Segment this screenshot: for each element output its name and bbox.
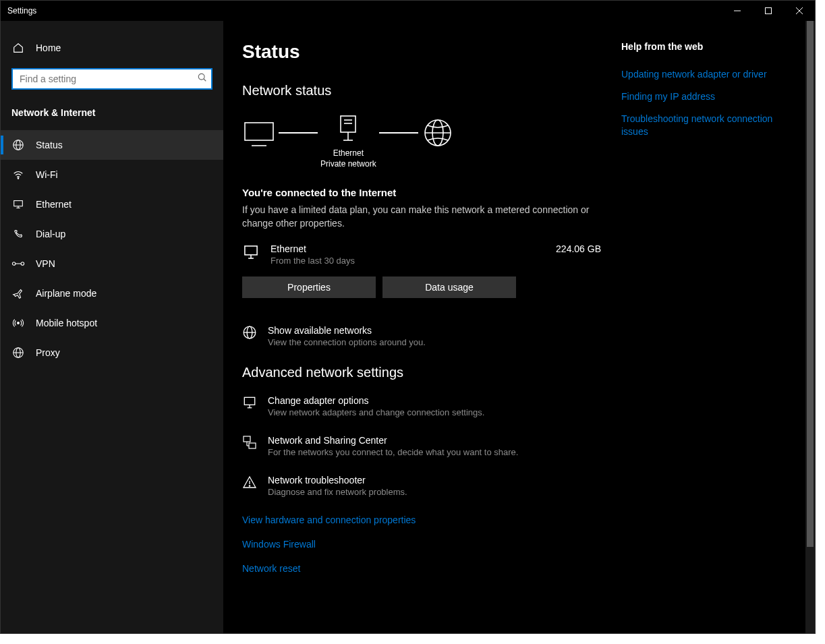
svg-point-9 <box>18 178 18 179</box>
scrollbar[interactable] <box>805 21 815 633</box>
nav-label: Dial-up <box>36 229 65 239</box>
help-panel: Help from the web Updating network adapt… <box>621 21 797 633</box>
svg-point-44 <box>249 486 250 486</box>
proxy-icon <box>11 346 25 359</box>
nav-label: Airplane mode <box>36 288 96 299</box>
nav-label: Ethernet <box>36 199 72 210</box>
wifi-icon <box>11 168 25 181</box>
search-input[interactable] <box>11 68 212 90</box>
help-link[interactable]: Updating network adapter or driver <box>621 68 783 81</box>
router-icon <box>337 113 360 144</box>
home-button[interactable]: Home <box>1 34 223 61</box>
option-sub: View network adapters and change connect… <box>268 407 484 417</box>
svg-point-14 <box>21 262 24 266</box>
nav-item-wifi[interactable]: Wi-Fi <box>1 160 223 189</box>
svg-point-13 <box>12 262 16 266</box>
vpn-icon <box>11 257 25 270</box>
nav-item-status[interactable]: Status <box>1 130 223 160</box>
sharing-icon <box>242 435 257 450</box>
nav-label: Mobile hotspot <box>36 318 97 328</box>
connection-sub: From the last 30 days <box>271 256 545 266</box>
nav-item-ethernet[interactable]: Ethernet <box>1 189 223 219</box>
globe-icon <box>421 119 455 150</box>
nav-item-vpn[interactable]: VPN <box>1 249 223 279</box>
pc-icon <box>242 119 276 150</box>
search-icon <box>198 73 207 85</box>
dialup-icon <box>11 227 25 241</box>
connection-row: Ethernet From the last 30 days 224.06 GB <box>242 243 601 266</box>
option-sub: For the networks you connect to, decide … <box>268 447 518 457</box>
link-hardware-properties[interactable]: View hardware and connection properties <box>242 515 601 525</box>
ethernet-icon <box>11 198 25 211</box>
option-title: Network and Sharing Center <box>268 435 518 446</box>
close-button[interactable] <box>784 1 815 21</box>
sharing-center-option[interactable]: Network and Sharing Center For the netwo… <box>242 435 601 457</box>
airplane-icon <box>11 287 25 300</box>
svg-rect-36 <box>244 398 254 405</box>
sidebar: Home Network & Internet Status Wi-Fi <box>1 21 223 633</box>
titlebar: Settings <box>1 1 815 21</box>
minimize-button[interactable] <box>722 1 753 21</box>
svg-rect-22 <box>341 116 355 132</box>
diagram-label-1: Ethernet <box>333 148 364 158</box>
adapter-options[interactable]: Change adapter options View network adap… <box>242 395 601 417</box>
option-title: Change adapter options <box>268 395 484 406</box>
hotspot-icon <box>11 316 25 330</box>
troubleshooter-option[interactable]: Network troubleshooter Diagnose and fix … <box>242 475 601 497</box>
connection-usage: 224.06 GB <box>556 243 601 254</box>
link-network-reset[interactable]: Network reset <box>242 563 601 574</box>
svg-rect-40 <box>249 443 256 448</box>
category-title: Network & Internet <box>1 98 223 130</box>
data-usage-button[interactable]: Data usage <box>382 276 516 298</box>
option-title: Show available networks <box>268 325 426 336</box>
svg-rect-20 <box>245 123 273 140</box>
ethernet-icon <box>242 243 260 261</box>
warning-icon <box>242 475 257 490</box>
nav-item-hotspot[interactable]: Mobile hotspot <box>1 308 223 338</box>
home-icon <box>11 41 25 55</box>
adapter-icon <box>242 395 257 410</box>
section-advanced: Advanced network settings <box>242 365 601 380</box>
show-networks-option[interactable]: Show available networks View the connect… <box>242 325 601 347</box>
svg-line-5 <box>204 79 206 82</box>
section-network-status: Network status <box>242 83 601 98</box>
scrollbar-thumb[interactable] <box>807 21 814 547</box>
nav-label: Status <box>36 140 63 150</box>
nav-label: VPN <box>36 258 55 269</box>
svg-point-16 <box>18 322 20 324</box>
option-sub: View the connection options around you. <box>268 337 426 347</box>
properties-button[interactable]: Properties <box>242 276 376 298</box>
network-diagram: EthernetPrivate network <box>242 113 601 169</box>
nav-item-dialup[interactable]: Dial-up <box>1 219 223 249</box>
link-windows-firewall[interactable]: Windows Firewall <box>242 539 601 550</box>
nav-label: Wi-Fi <box>36 169 58 180</box>
nav-item-proxy[interactable]: Proxy <box>1 338 223 368</box>
maximize-button[interactable] <box>753 1 784 21</box>
nav-item-airplane[interactable]: Airplane mode <box>1 279 223 308</box>
globe-icon <box>242 325 257 340</box>
svg-rect-1 <box>766 8 772 14</box>
help-title: Help from the web <box>621 41 783 52</box>
home-label: Home <box>36 42 61 53</box>
nav-label: Proxy <box>36 347 60 358</box>
help-link[interactable]: Finding my IP address <box>621 90 783 103</box>
connected-title: You're connected to the Internet <box>242 187 601 198</box>
status-icon <box>11 138 25 152</box>
option-sub: Diagnose and fix network problems. <box>268 487 407 497</box>
connection-name: Ethernet <box>271 243 545 254</box>
help-link[interactable]: Troubleshooting network connection issue… <box>621 113 783 138</box>
page-title: Status <box>242 41 601 63</box>
option-title: Network troubleshooter <box>268 475 407 486</box>
svg-rect-30 <box>245 246 257 255</box>
connected-sub: If you have a limited data plan, you can… <box>242 204 601 230</box>
diagram-label-2: Private network <box>320 159 376 169</box>
svg-rect-39 <box>244 436 250 442</box>
svg-rect-10 <box>14 201 23 206</box>
window-title: Settings <box>7 6 722 16</box>
